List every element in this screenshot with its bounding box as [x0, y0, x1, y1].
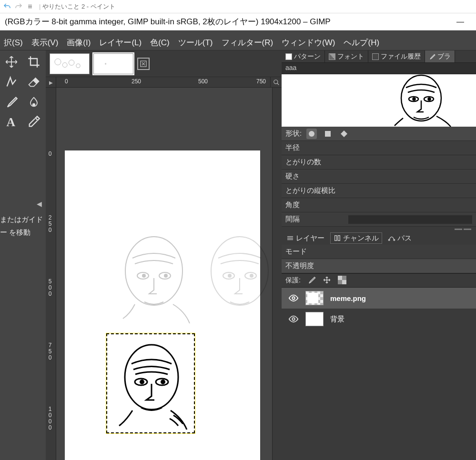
svg-point-8 [105, 63, 106, 64]
svg-point-36 [394, 240, 395, 241]
protect-alpha-icon[interactable] [338, 276, 346, 286]
layer-visibility-icon[interactable] [288, 293, 299, 303]
color-picker-tool[interactable] [25, 114, 42, 130]
protect-brush-icon[interactable] [307, 276, 316, 286]
svg-rect-7 [94, 54, 133, 73]
zoom-icon[interactable] [270, 77, 282, 88]
h-ruler-tick: 750 [256, 78, 266, 85]
tool-option-hint-1: またはガイド [0, 211, 46, 224]
move-tool[interactable] [3, 54, 20, 70]
redo-icon[interactable] [14, 2, 23, 11]
layer-opacity-row[interactable]: 不透明度 [282, 259, 476, 273]
svg-rect-34 [338, 236, 340, 241]
canvas-drawing [113, 230, 194, 326]
tab-history[interactable]: ファイル履歴 [368, 50, 425, 62]
brush-spikes-row[interactable]: とがりの数 [282, 155, 476, 170]
layer-list: meme.png 背景 [282, 288, 476, 460]
image-tab-2[interactable] [93, 53, 133, 74]
tab-brush[interactable]: ブラ [425, 50, 455, 62]
undo-icon[interactable] [3, 2, 11, 11]
collapse-icon[interactable]: ◀ [0, 200, 46, 211]
tab-font[interactable]: フォント [325, 50, 368, 62]
text-tool[interactable]: A [3, 114, 20, 130]
svg-point-10 [273, 80, 277, 84]
smudge-tool[interactable] [25, 94, 42, 110]
vertical-ruler: 0 250 500 750 1000 [46, 88, 56, 460]
menu-tools[interactable]: ツール(T) [178, 37, 213, 48]
image-tab-1[interactable] [50, 53, 90, 74]
opacity-label: 不透明度 [285, 261, 314, 270]
ruler-origin-icon[interactable]: ▶ [46, 77, 56, 88]
minimize-button[interactable]: — [449, 13, 471, 30]
shape-circle-icon[interactable] [306, 129, 317, 139]
svg-point-31 [309, 131, 314, 137]
layer-name[interactable]: meme.png [330, 294, 366, 302]
mode-label: モード [285, 247, 307, 256]
crop-tool[interactable] [25, 54, 42, 70]
prop-label: 角度 [285, 200, 300, 210]
dock-tabs-top: パターン フォント ファイル履歴 ブラ [282, 50, 476, 63]
svg-point-29 [413, 98, 415, 100]
brush-radius-row[interactable]: 半径 [282, 141, 476, 155]
tab-channels[interactable]: チャンネル [330, 232, 382, 244]
menu-view[interactable]: 表示(V) [31, 37, 59, 48]
tab-paths[interactable]: パス [385, 232, 415, 244]
svg-point-16 [211, 237, 268, 305]
svg-point-15 [164, 274, 167, 277]
svg-point-24 [141, 380, 144, 384]
paintbrush-tool[interactable] [3, 94, 20, 110]
menu-select[interactable]: 択(S) [4, 37, 23, 48]
v-ruler-tick: 250 [47, 214, 53, 233]
layer-row[interactable]: meme.png [282, 288, 476, 309]
h-ruler-tick: 500 [198, 78, 208, 85]
svg-point-0 [33, 104, 35, 106]
shape-diamond-icon[interactable] [339, 129, 349, 139]
menu-image[interactable]: 画像(I) [67, 37, 91, 48]
tab-label: レイヤー [296, 234, 324, 243]
horizontal-ruler: ▶ 0 250 500 750 [46, 77, 282, 88]
tab-pattern[interactable]: パターン [282, 50, 325, 62]
dock-grip[interactable] [282, 227, 476, 231]
brush-hardness-row[interactable]: 硬さ [282, 170, 476, 184]
canvas[interactable] [56, 88, 272, 460]
paint-title-text: やりたいこと 2 - ペイント [42, 2, 115, 11]
menu-filters[interactable]: フィルター(R) [222, 37, 273, 48]
paint-titlebar: ≡ | やりたいこと 2 - ペイント [0, 0, 476, 13]
brush-spacing-row[interactable]: 間隔 [282, 212, 476, 227]
tool-option-hint-2: ー を移動 [0, 224, 46, 237]
svg-point-40 [292, 297, 295, 300]
separator: | [39, 3, 41, 10]
layer-visibility-icon[interactable] [288, 314, 299, 324]
brush-preview [282, 74, 476, 127]
tab-label: ファイル履歴 [381, 52, 421, 61]
close-tab-button[interactable] [137, 58, 150, 70]
v-ruler-tick: 0 [47, 150, 53, 157]
brush-aspect-row[interactable]: とがりの縦横比 [282, 184, 476, 198]
brush-angle-row[interactable]: 角度 [282, 198, 476, 212]
tab-layers[interactable]: レイヤー [284, 232, 327, 244]
layer-thumbnail[interactable] [305, 312, 324, 326]
svg-rect-33 [335, 236, 337, 241]
shape-square-icon[interactable] [323, 129, 333, 139]
lasso-tool[interactable] [3, 74, 20, 90]
gimp-titlebar: (RGBカラー 8-bit gamma integer, GIMP built-… [0, 13, 476, 30]
brush-name-field[interactable]: aaa [282, 63, 476, 74]
prop-label: 硬さ [285, 172, 300, 181]
layer-name[interactable]: 背景 [330, 315, 344, 324]
left-panel: A ◀ またはガイド ー を移動 [0, 50, 46, 460]
menu-colors[interactable]: 色(C) [150, 37, 170, 48]
svg-point-11 [125, 237, 182, 305]
menu-help[interactable]: ヘルプ(H) [344, 37, 379, 48]
menu-layer[interactable]: レイヤー(L) [99, 37, 142, 48]
eraser-tool[interactable] [25, 74, 42, 90]
protect-move-icon[interactable] [323, 276, 331, 286]
layer-row[interactable]: 背景 [282, 309, 476, 330]
prop-label: 半径 [285, 143, 300, 152]
layer-thumbnail[interactable] [305, 291, 324, 305]
v-ruler-tick: 750 [47, 342, 53, 360]
qat-dropdown-icon[interactable]: ≡ [26, 2, 34, 11]
vertical-scrollbar[interactable] [272, 88, 282, 460]
menu-windows[interactable]: ウィンドウ(W) [282, 37, 335, 48]
layer-mode-row[interactable]: モード [282, 245, 476, 259]
svg-rect-2 [50, 54, 89, 73]
